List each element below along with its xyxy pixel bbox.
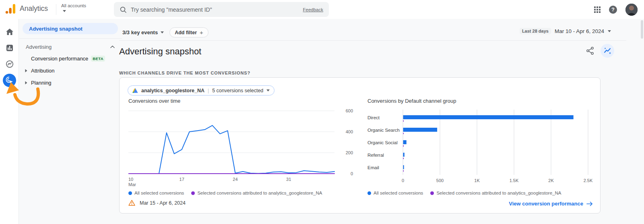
line-chart-section: Conversions over time 020040060010Mar172… [128,98,354,206]
legend-item: All selected conversions [128,191,184,195]
svg-text:2.5K: 2.5K [584,178,593,183]
feedback-link[interactable]: Feedback [303,7,323,12]
conversions-by-channel-plot: 05001K1.5K2K2.5KDirectOrganic SearchOrga… [367,107,593,190]
nav-drawer: Advertising snapshot Advertising Convers… [19,19,122,224]
nav-item-label: Conversion performance [31,56,88,62]
view-conversion-performance-link[interactable]: View conversion performance [509,201,593,207]
bar-chart-section: Conversions by Default channel group 050… [367,98,593,207]
help-icon[interactable]: ? [609,6,617,14]
account-switcher[interactable]: All accounts [61,3,86,12]
add-filter-label: Add filter [175,30,197,35]
svg-text:0: 0 [351,171,353,176]
reports-icon [6,44,13,52]
legend-label: Selected conversions attributed to analy… [197,191,322,195]
conversions-card: analytics_googlestore_NA | 5 conversions… [119,77,601,214]
key-events-label: 3/3 key events [122,29,158,35]
warning-date-range: Mar 15 - Apr 6, 2024 [140,200,186,206]
conversions-selected-label: 5 conversions selected [212,88,263,93]
topbar-divider [56,4,56,15]
rail-item-advertising[interactable] [0,72,19,88]
svg-text:200: 200 [346,150,353,155]
advertising-icon [6,77,13,84]
explore-icon [6,60,14,68]
date-preset-chip: Last 28 days [520,28,551,34]
legend-dot-purple [191,191,195,195]
product-name: Analytics [20,4,48,13]
drawer-divider [19,38,122,39]
chevron-down-icon [63,10,66,12]
rail-item-explore[interactable] [0,56,19,72]
property-conversions-selector[interactable]: analytics_googlestore_NA | 5 conversions… [128,85,275,95]
google-ads-icon [132,88,138,93]
chevron-down-icon [161,31,164,33]
nav-item-attribution[interactable]: Attribution [19,64,122,77]
bar-chart-title: Conversions by Default channel group [367,98,593,104]
legend-dot-blue [128,191,132,195]
add-filter-button[interactable]: Add filter + [169,27,208,37]
line-gridlines [128,111,334,174]
svg-text:Organic Social: Organic Social [367,140,398,145]
bar-axis-labels: 05001K1.5K2K2.5KDirectOrganic SearchOrga… [367,115,593,183]
bars [403,115,574,172]
left-navigation-rail [0,19,19,224]
rail-item-home[interactable] [0,24,19,40]
svg-text:1.5K: 1.5K [510,178,519,183]
svg-text:Referral: Referral [367,153,384,158]
card-footer: View conversion performance [367,201,593,207]
date-range-picker[interactable]: Last 28 days Mar 10 - Apr 6, 2024 [520,28,611,34]
plus-icon: + [200,29,203,36]
svg-text:Organic Search: Organic Search [367,128,400,133]
svg-text:0: 0 [402,178,404,183]
bar-chart-legend: All selected conversions Selected conver… [367,191,593,195]
nav-section-advertising[interactable]: Advertising [19,44,122,50]
rail-item-reports[interactable] [0,40,19,56]
share-icon[interactable] [585,46,595,56]
svg-text:400: 400 [346,129,353,134]
search-bar[interactable]: Feedback [114,2,329,17]
search-input[interactable] [131,6,303,13]
data-warning: Mar 15 - Apr 6, 2024 [128,200,354,206]
apps-grid-icon[interactable] [594,6,601,13]
view-link-label: View conversion performance [509,201,583,207]
svg-text:Email: Email [367,165,379,170]
chevron-up-icon [110,46,115,48]
analytics-logo[interactable]: Analytics [5,3,48,14]
home-icon [6,28,14,35]
svg-text:600: 600 [346,108,353,113]
header-divider [119,40,626,41]
legend-dot-purple [430,191,434,195]
key-events-selector[interactable]: 3/3 key events [122,29,164,35]
legend-item: Selected conversions attributed to analy… [191,191,322,195]
chevron-down-icon [608,30,611,32]
svg-text:Mar: Mar [128,182,136,187]
selector-separator: | [208,88,209,93]
advertising-active-background [3,74,16,87]
warning-icon[interactable] [128,200,135,206]
legend-item: Selected conversions attributed to analy… [430,191,561,195]
property-name: analytics_googlestore_NA [141,88,204,93]
analytics-advertising-page: Analytics All accounts Feedback ? [0,0,644,224]
nav-item-label: Attribution [31,68,55,74]
series-line [128,125,334,174]
bar-gridlines [403,110,588,175]
scrollbar[interactable] [641,20,643,39]
chevron-down-icon [266,89,270,91]
nav-item-planning[interactable]: Planning [19,77,122,89]
user-avatar[interactable] [625,4,638,16]
avatar-silhouette [625,4,638,16]
svg-text:1K: 1K [474,178,480,183]
section-question: WHICH CHANNELS DRIVE THE MOST CONVERSION… [119,71,250,75]
triangle-right-icon [25,69,27,73]
arrow-right-icon [586,201,593,206]
line-axis-labels: 020040060010Mar172431 [128,108,353,187]
nav-item-advertising-snapshot[interactable]: Advertising snapshot [23,23,118,34]
top-app-bar: Analytics All accounts Feedback ? [0,0,644,19]
nav-item-conversion-performance[interactable]: Conversion performance BETA [19,52,122,64]
beta-badge: BETA [91,56,105,62]
nav-item-label: Planning [31,80,52,86]
page-title: Advertising snapshot [119,46,201,57]
insights-icon[interactable] [601,44,614,58]
nav-section-label: Advertising [26,44,52,50]
conversions-over-time-plot: 020040060010Mar172431 [128,107,354,190]
triangle-right-icon [25,81,27,85]
